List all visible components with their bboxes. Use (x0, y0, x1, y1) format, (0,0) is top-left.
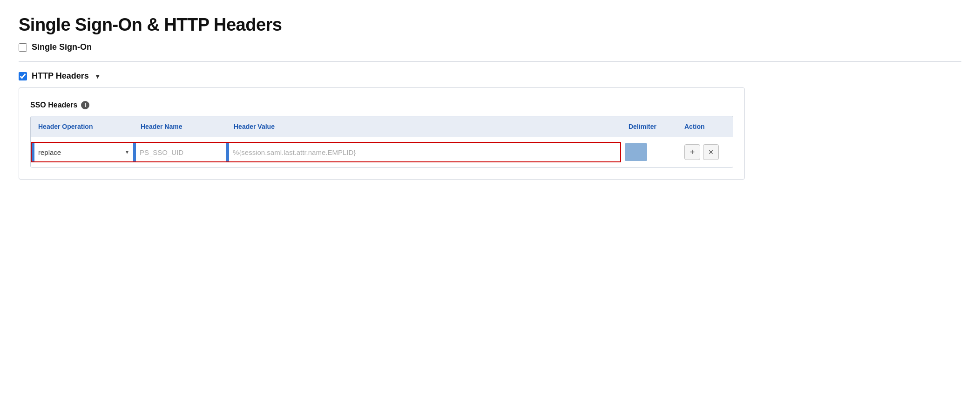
section-divider (19, 61, 961, 62)
header-name-input[interactable] (140, 148, 223, 156)
http-headers-panel: SSO Headers i Header Operation Header Na… (19, 87, 745, 180)
page-title: Single Sign-On & HTTP Headers (19, 15, 961, 35)
sso-headers-label: SSO Headers i (30, 101, 733, 109)
col-header-value: Header Value (226, 121, 621, 132)
td-delimiter (621, 141, 677, 163)
info-icon[interactable]: i (81, 101, 89, 109)
table-row: replace add remove set ▾ (31, 137, 733, 167)
col-header-action: Action (677, 121, 733, 132)
http-headers-checkbox[interactable] (19, 72, 27, 80)
http-headers-chevron-icon[interactable]: ▼ (95, 73, 101, 80)
table-header-row: Header Operation Header Name Header Valu… (31, 116, 733, 137)
add-row-button[interactable]: + (684, 144, 700, 160)
sso-label: Single Sign-On (32, 42, 92, 52)
http-headers-label: HTTP Headers (32, 71, 89, 81)
td-operation: replace add remove set ▾ (31, 142, 133, 162)
td-name (133, 142, 226, 162)
header-value-input[interactable] (233, 148, 616, 156)
delimiter-color-block (625, 143, 647, 161)
sso-section: Single Sign-On (19, 42, 961, 52)
sso-headers-table: Header Operation Header Name Header Valu… (30, 116, 733, 168)
col-header-operation: Header Operation (31, 121, 133, 132)
td-value (226, 142, 621, 162)
col-header-name: Header Name (133, 121, 226, 132)
action-cell: + × (681, 144, 723, 160)
col-header-delimiter: Delimiter (621, 121, 677, 132)
http-headers-section: HTTP Headers ▼ SSO Headers i Header Oper… (19, 71, 961, 180)
operation-select[interactable]: replace add remove set (38, 148, 129, 156)
sso-headers-text: SSO Headers (30, 101, 77, 109)
remove-row-button[interactable]: × (703, 144, 719, 160)
http-headers-title-row: HTTP Headers ▼ (19, 71, 961, 81)
td-action: + × (677, 142, 733, 162)
sso-checkbox[interactable] (19, 43, 27, 52)
operation-select-wrapper: replace add remove set ▾ (38, 148, 129, 156)
